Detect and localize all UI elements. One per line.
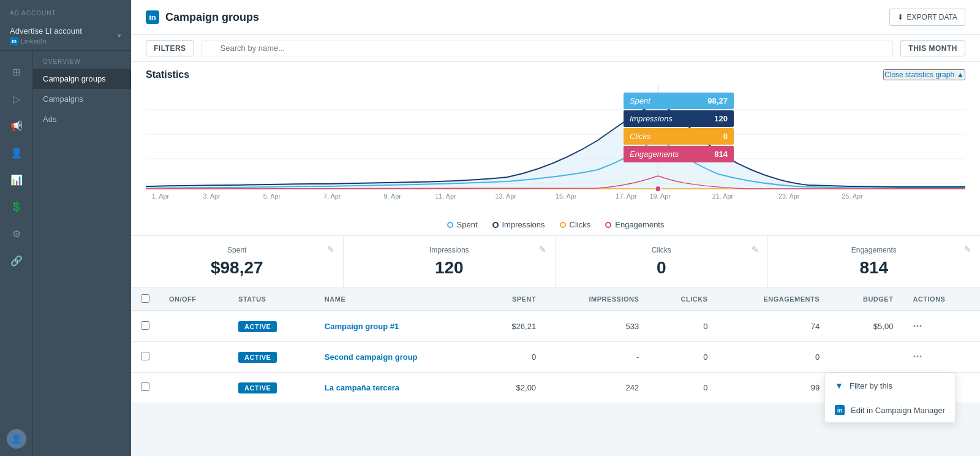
kpi-edit-spent-icon[interactable]: ✎: [327, 245, 334, 254]
select-all-checkbox[interactable]: [141, 294, 149, 303]
th-name: NAME: [315, 288, 481, 311]
kpi-label-impressions: Impressions: [358, 246, 541, 254]
legend-item-impressions[interactable]: Impressions: [492, 220, 545, 229]
row2-checkbox[interactable]: [141, 352, 149, 360]
sidebar-section-ad-account: AD ACCOUNT: [0, 0, 131, 21]
row1-status-badge: Active: [238, 321, 277, 332]
nav-icon-settings[interactable]: ⚙: [4, 221, 29, 246]
row2-impressions-cell: -: [546, 342, 649, 373]
row3-status-badge: Active: [238, 382, 277, 393]
context-menu-filter-label: Filter by this: [850, 381, 892, 390]
svg-text:23. Apr: 23. Apr: [778, 192, 800, 200]
table-row: Active Campaign group #1 $26,21 533 0 74…: [131, 311, 980, 342]
nav-icon-megaphone[interactable]: 📢: [4, 113, 29, 138]
sidebar: AD ACCOUNT Advertise LI account in Linke…: [0, 0, 131, 456]
row2-budget-cell: [829, 342, 903, 373]
row1-checkbox[interactable]: [141, 321, 149, 330]
row1-status-cell: Active: [228, 311, 315, 342]
nav-icon-link[interactable]: 🔗: [4, 248, 29, 273]
sidebar-account[interactable]: Advertise LI account in LinkedIn ▾: [0, 21, 131, 51]
row1-spent-cell: $26,21: [481, 311, 546, 342]
nav-icon-send[interactable]: ▷: [4, 86, 29, 111]
svg-text:1. Apr: 1. Apr: [152, 192, 170, 200]
sidebar-item-ads[interactable]: Ads: [33, 109, 131, 129]
export-data-button[interactable]: ⬇ EXPORT DATA: [889, 9, 965, 26]
search-input[interactable]: [202, 40, 894, 56]
row2-status-badge: Active: [238, 352, 277, 363]
context-menu-filter-by-this[interactable]: ▼ Filter by this: [825, 373, 955, 398]
context-menu: ▼ Filter by this in Edit in Campaign Man…: [824, 373, 956, 423]
legend-label-impressions: Impressions: [502, 220, 545, 229]
row1-name-cell[interactable]: Campaign group #1: [315, 311, 481, 342]
export-icon: ⬇: [897, 13, 903, 21]
kpi-value-spent: $98,27: [146, 258, 328, 278]
stats-header: Statistics Close statistics graph ▲: [131, 62, 980, 80]
legend-item-spent[interactable]: Spent: [447, 220, 478, 229]
nav-icon-home[interactable]: ⊞: [4, 59, 29, 84]
row3-checkbox[interactable]: [141, 382, 149, 391]
linkedin-header-icon: in: [146, 10, 159, 24]
page-title: Campaign groups: [165, 11, 259, 24]
kpi-card-impressions: Impressions 120 ✎: [344, 236, 556, 287]
account-chevron-icon[interactable]: ▾: [118, 32, 121, 40]
kpi-edit-engagements-icon[interactable]: ✎: [964, 245, 971, 254]
account-name: Advertise LI account: [10, 26, 82, 36]
kpi-card-clicks: Clicks 0 ✎: [556, 236, 768, 287]
row3-impressions-cell: 242: [546, 373, 649, 403]
row1-clicks-cell: 0: [649, 311, 717, 342]
th-on-off: ON/OFF: [159, 288, 228, 311]
row1-toggle-cell: [159, 311, 228, 342]
svg-text:13. Apr: 13. Apr: [496, 192, 517, 200]
row2-actions-button[interactable]: ···: [913, 351, 922, 363]
row2-checkbox-cell: [131, 342, 159, 373]
sidebar-item-campaign-groups[interactable]: Campaign groups: [33, 69, 131, 89]
row2-toggle-cell: [159, 342, 228, 373]
nav-icon-chart[interactable]: 📊: [4, 167, 29, 192]
context-menu-edit-in-campaign-manager[interactable]: in Edit in Campaign Manager: [825, 398, 955, 422]
row3-name-cell[interactable]: La campaña tercera: [315, 373, 481, 403]
legend-dot-impressions: [492, 222, 499, 228]
row3-toggle-cell: [159, 373, 228, 403]
nav-icon-people[interactable]: 👤: [4, 140, 29, 165]
row1-actions-button[interactable]: ···: [913, 320, 922, 332]
svg-text:7. Apr: 7. Apr: [323, 192, 341, 200]
th-select-all: [131, 288, 159, 311]
legend-item-clicks[interactable]: Clicks: [560, 220, 591, 229]
row1-engagements-cell: 74: [717, 311, 829, 342]
svg-text:19. Apr: 19. Apr: [649, 192, 671, 200]
row3-engagements-cell: 99: [717, 373, 829, 403]
kpi-card-spent: Spent $98,27 ✎: [131, 236, 344, 287]
kpi-edit-impressions-icon[interactable]: ✎: [539, 245, 546, 254]
th-spent: SPENT: [481, 288, 546, 311]
th-actions: ACTIONS: [903, 288, 980, 311]
kpi-value-engagements: 814: [783, 258, 966, 278]
row1-budget-cell: $5,00: [829, 311, 903, 342]
chevron-up-icon: ▲: [957, 70, 964, 79]
kpi-edit-clicks-icon[interactable]: ✎: [752, 245, 759, 254]
kpi-label-spent: Spent: [146, 246, 328, 254]
kpi-value-clicks: 0: [570, 258, 753, 278]
legend-label-spent: Spent: [457, 220, 478, 229]
table-section: ON/OFF STATUS NAME SPENT IMPRESSIONS CLI…: [131, 288, 980, 456]
sidebar-item-campaigns[interactable]: Campaigns: [33, 89, 131, 109]
date-range-button[interactable]: THIS MONTH: [900, 40, 965, 56]
row2-name-cell[interactable]: Second campaign group: [315, 342, 481, 373]
user-avatar[interactable]: 👤: [7, 429, 26, 449]
svg-text:17. Apr: 17. Apr: [616, 192, 637, 200]
kpi-value-impressions: 120: [358, 258, 541, 278]
table-header-row: ON/OFF STATUS NAME SPENT IMPRESSIONS CLI…: [131, 288, 980, 311]
close-statistics-button[interactable]: Close statistics graph ▲: [883, 69, 965, 80]
legend-item-engagements[interactable]: Engagements: [605, 220, 664, 229]
chart-area: 1. Apr 3. Apr 5. Apr 7. Apr 9. Apr 11. A…: [131, 80, 980, 215]
row1-checkbox-cell: [131, 311, 159, 342]
nav-icon-dollar[interactable]: 💲: [4, 194, 29, 219]
filter-icon: ▼: [835, 381, 843, 390]
kpi-label-engagements: Engagements: [783, 246, 966, 254]
filters-button[interactable]: FILTERS: [146, 40, 194, 56]
svg-text:25. Apr: 25. Apr: [842, 192, 863, 200]
svg-text:11. Apr: 11. Apr: [435, 192, 456, 200]
page-header: in Campaign groups ⬇ EXPORT DATA: [131, 0, 980, 35]
sidebar-item-campaigns-label: Campaigns: [43, 94, 83, 104]
th-engagements: ENGAGEMENTS: [717, 288, 829, 311]
legend-dot-engagements: [605, 222, 611, 228]
